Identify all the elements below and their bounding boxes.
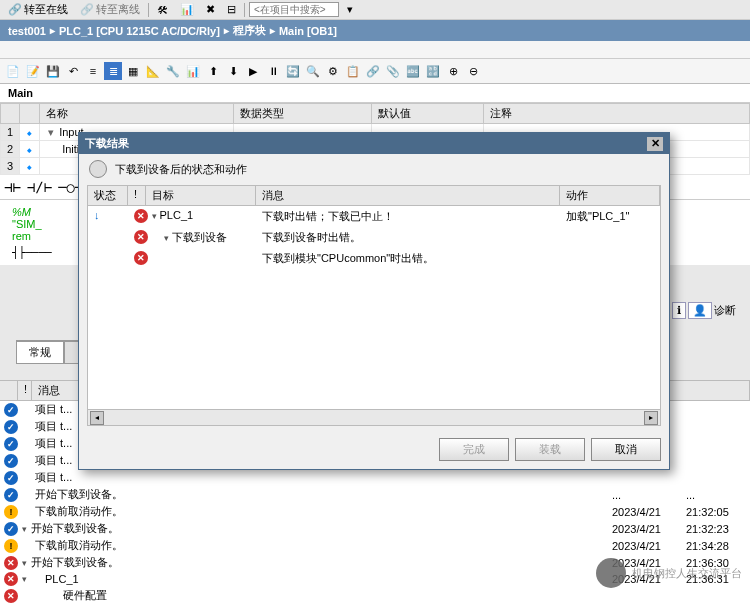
unlink-icon: 🔗	[80, 3, 94, 16]
chevron-right-icon: ▸	[270, 25, 275, 36]
chevron-down-icon[interactable]: ▾	[152, 211, 160, 221]
crumb-blocks[interactable]: 程序块	[233, 23, 266, 38]
row-action	[560, 250, 660, 267]
toolbar-icon-3[interactable]: ✖	[202, 2, 219, 17]
crumb-plc[interactable]: PLC_1 [CPU 1215C AC/DC/Rly]	[59, 25, 220, 37]
log-msg: PLC_1	[31, 573, 608, 585]
err-icon: ✕	[4, 589, 18, 603]
tb-btn-7[interactable]: ▦	[124, 62, 142, 80]
tb-btn-24[interactable]: ⊖	[464, 62, 482, 80]
diag-label[interactable]: 诊断	[714, 303, 736, 318]
tab-general[interactable]: 常规	[16, 341, 64, 364]
tb-btn-9[interactable]: 🔧	[164, 62, 182, 80]
chevron-down-icon[interactable]: ▾	[22, 558, 27, 568]
tb-btn-15[interactable]: 🔄	[284, 62, 302, 80]
close-icon[interactable]: ✕	[647, 137, 663, 151]
tb-btn-23[interactable]: ⊕	[444, 62, 462, 80]
log-time: 21:34:28	[686, 540, 746, 552]
log-date: 2023/4/21	[612, 506, 682, 518]
contact-nc-icon[interactable]: ⊣∕⊢	[27, 179, 52, 195]
dialog-row[interactable]: ✕下载到模块"CPUcommon"时出错。	[88, 248, 660, 269]
tb-btn-18[interactable]: 📋	[344, 62, 362, 80]
log-row[interactable]: !下载前取消动作。2023/4/2121:34:28	[0, 537, 750, 554]
log-msg: 开始下载到设备。	[35, 487, 608, 502]
tb-btn-5[interactable]: ≡	[84, 62, 102, 80]
col-ioicon	[20, 104, 40, 124]
project-search-input[interactable]	[249, 2, 339, 17]
dialog-row[interactable]: ✕▾ 下载到设备下载到设备时出错。	[88, 227, 660, 248]
app-top-toolbar: 🔗转至在线 🔗转至离线 🛠 📊 ✖ ⊟ ▾	[0, 0, 750, 20]
chevron-down-icon[interactable]: ▾	[46, 128, 56, 138]
row-action	[560, 229, 660, 246]
dialog-grid-body[interactable]: ↓✕▾ PLC_1下载时出错；下载已中止！加载"PLC_1"✕▾ 下载到设备下载…	[88, 206, 660, 409]
log-row[interactable]: ✓▾开始下载到设备。2023/4/2121:32:23	[0, 520, 750, 537]
warn-icon: !	[4, 539, 18, 553]
log-date: 2023/4/21	[612, 540, 682, 552]
col-dtype[interactable]: 数据类型	[233, 104, 371, 124]
log-date: ...	[612, 489, 682, 501]
col-rownum	[1, 104, 20, 124]
tb-btn-8[interactable]: 📐	[144, 62, 162, 80]
toolbar-icon-4[interactable]: ⊟	[223, 2, 240, 17]
info-icon-button[interactable]: ℹ	[672, 302, 686, 319]
dialog-result-grid: 状态 ! 目标 消息 动作 ↓✕▾ PLC_1下载时出错；下载已中止！加载"PL…	[87, 185, 661, 426]
log-row[interactable]: ✕硬件配置	[0, 587, 750, 604]
chevron-down-icon[interactable]: ▾	[22, 574, 27, 584]
col-comment[interactable]: 注释	[483, 104, 749, 124]
tb-btn-17[interactable]: ⚙	[324, 62, 342, 80]
scroll-right-icon[interactable]: ▸	[644, 411, 658, 425]
horizontal-scrollbar[interactable]: ◂ ▸	[88, 409, 660, 425]
tb-btn-11[interactable]: ⬆	[204, 62, 222, 80]
col-target[interactable]: 目标	[146, 186, 256, 205]
tb-btn-19[interactable]: 🔗	[364, 62, 382, 80]
dialog-title: 下载结果	[85, 136, 129, 151]
toolbar-icon-1[interactable]: 🛠	[153, 3, 172, 17]
tb-btn-12[interactable]: ⬇	[224, 62, 242, 80]
breadcrumb: test001 ▸ PLC_1 [CPU 1215C AC/DC/Rly] ▸ …	[0, 20, 750, 41]
diag-icon-button[interactable]: 👤	[688, 302, 712, 319]
tb-btn-10[interactable]: 📊	[184, 62, 202, 80]
tb-btn-16[interactable]: 🔍	[304, 62, 322, 80]
scroll-left-icon[interactable]: ◂	[90, 411, 104, 425]
tb-btn-2[interactable]: 📝	[24, 62, 42, 80]
tb-btn-14[interactable]: ⏸	[264, 62, 282, 80]
col-status[interactable]: 状态	[88, 186, 128, 205]
cancel-button[interactable]: 取消	[591, 438, 661, 461]
chevron-down-icon[interactable]: ▾	[22, 524, 27, 534]
block-name-header: Main	[0, 84, 750, 103]
col-action[interactable]: 动作	[560, 186, 660, 205]
finish-button[interactable]: 完成	[439, 438, 509, 461]
log-row[interactable]: ✓开始下载到设备。......	[0, 486, 750, 503]
log-msg: 下载前取消动作。	[35, 538, 608, 553]
dialog-titlebar[interactable]: 下载结果 ✕	[79, 133, 669, 154]
watermark: 机电钢控人生交流平台	[596, 558, 742, 588]
contact-no-icon[interactable]: ⊣⊢	[4, 179, 21, 195]
tb-btn-3[interactable]: 💾	[44, 62, 62, 80]
search-dropdown-icon[interactable]: ▾	[343, 2, 357, 17]
load-button[interactable]: 装载	[515, 438, 585, 461]
tb-btn-6[interactable]: ≣	[104, 62, 122, 80]
crumb-main[interactable]: Main [OB1]	[279, 25, 337, 37]
log-row[interactable]: ✓项目 t...	[0, 469, 750, 486]
row-action: 加载"PLC_1"	[560, 208, 660, 225]
col-name[interactable]: 名称	[40, 104, 234, 124]
tb-btn-13[interactable]: ▶	[244, 62, 262, 80]
toolbar-icon-2[interactable]: 📊	[176, 2, 198, 17]
go-online-button[interactable]: 🔗转至在线	[4, 1, 72, 18]
tb-btn-22[interactable]: 🔡	[424, 62, 442, 80]
log-row[interactable]: !下载前取消动作。2023/4/2121:32:05	[0, 503, 750, 520]
col-message[interactable]: 消息	[256, 186, 560, 205]
col-def[interactable]: 默认值	[372, 104, 484, 124]
go-offline-button[interactable]: 🔗转至离线	[76, 1, 144, 18]
tb-btn-21[interactable]: 🔤	[404, 62, 422, 80]
log-time: ...	[686, 489, 746, 501]
chevron-down-icon[interactable]: ▾	[164, 233, 172, 243]
dialog-subtitle: 下载到设备后的状态和动作	[115, 163, 247, 175]
tb-btn-20[interactable]: 📎	[384, 62, 402, 80]
tb-btn-4[interactable]: ↶	[64, 62, 82, 80]
dialog-row[interactable]: ↓✕▾ PLC_1下载时出错；下载已中止！加载"PLC_1"	[88, 206, 660, 227]
ok-icon: ✓	[4, 522, 18, 536]
tb-btn-1[interactable]: 📄	[4, 62, 22, 80]
crumb-project[interactable]: test001	[8, 25, 46, 37]
ok-icon: ✓	[4, 437, 18, 451]
